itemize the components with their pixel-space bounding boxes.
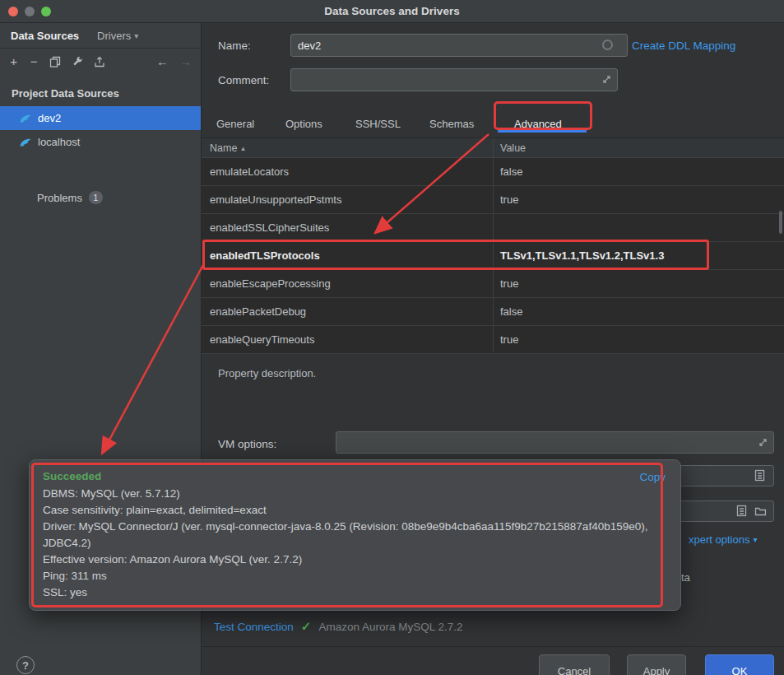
expert-options-label: xpert options [689, 533, 749, 546]
popup-line-case-sensitivity: Case sensitivity: plain=exact, delimited… [43, 502, 656, 519]
problems-count-badge: 1 [89, 191, 103, 204]
tab-drivers-label: Drivers [97, 30, 131, 42]
test-connection-link[interactable]: Test Connection [214, 621, 294, 633]
tab-data-sources[interactable]: Data Sources [11, 30, 79, 42]
truncated-text: ta [681, 571, 690, 584]
property-value: TLSv1,TLSv1.1,TLSv1.2,TLSv1.3 [494, 249, 784, 262]
folder-icon[interactable] [754, 505, 767, 519]
property-name: enabledSSLCipherSuites [202, 214, 494, 241]
property-description: Property description. [218, 367, 316, 379]
chevron-down-icon: ▾ [753, 535, 757, 544]
property-name: enableEscapeProcessing [202, 270, 494, 297]
property-name: emulateUnsupportedPstmts [202, 186, 494, 213]
list-icon[interactable] [754, 469, 765, 484]
popup-line-dbms: DBMS: MySQL (ver. 5.7.12) [43, 486, 656, 502]
expand-field-icon[interactable] [758, 437, 769, 449]
copy-link[interactable]: Copy [639, 471, 666, 483]
column-name-label: Name [210, 142, 237, 154]
vm-options-label: VM options: [218, 438, 276, 450]
table-row[interactable]: enabledSSLCipherSuites [202, 214, 784, 242]
forward-icon[interactable]: → [179, 55, 192, 68]
chevron-down-icon: ▾ [134, 31, 138, 40]
connection-result-text: Amazon Aurora MySQL 2.7.2 [318, 621, 462, 633]
mysql-dolphin-icon [19, 112, 32, 125]
table-header: Name ▴ Value [202, 137, 784, 158]
connection-result-popup: Succeeded DBMS: MySQL (ver. 5.7.12) Case… [29, 459, 681, 611]
footer-divider [202, 646, 784, 647]
problems-label: Problems [37, 192, 82, 204]
popup-line-effective-version: Effective version: Amazon Aurora MySQL (… [43, 552, 656, 568]
cancel-button[interactable]: Cancel [539, 654, 610, 675]
tab-general[interactable]: General [213, 112, 257, 137]
property-name: enableQueryTimeouts [202, 326, 494, 353]
table-row[interactable]: enablePacketDebug false [202, 298, 784, 326]
apply-button[interactable]: Apply [627, 654, 686, 675]
popup-line-driver: Driver: MySQL Connector/J (ver. mysql-co… [43, 519, 656, 552]
property-value: true [494, 333, 784, 346]
advanced-properties-table: Name ▴ Value emulateLocators false emula… [202, 137, 784, 354]
tree-item-label: localhost [38, 136, 80, 148]
table-row[interactable]: enableQueryTimeouts true [202, 326, 784, 354]
comment-label: Comment: [218, 74, 269, 86]
table-row[interactable]: emulateLocators false [202, 158, 784, 186]
tree-item-dev2[interactable]: dev2 [0, 106, 201, 130]
problems-section[interactable]: Problems 1 [0, 186, 201, 209]
table-scrollbar[interactable] [779, 211, 782, 234]
popup-line-ping: Ping: 311 ms [43, 568, 656, 584]
active-tab-indicator [498, 130, 587, 133]
sidebar-toolbar: + − ← → [0, 49, 201, 74]
popup-line-ssl: SSL: yes [43, 584, 656, 601]
table-row-enabledTLSProtocols[interactable]: enabledTLSProtocols TLSv1,TLSv1.1,TLSv1.… [202, 242, 784, 270]
duplicate-icon[interactable] [49, 55, 61, 68]
remove-icon[interactable]: − [29, 55, 38, 68]
wrench-icon[interactable] [72, 55, 83, 68]
property-name: enablePacketDebug [202, 298, 494, 325]
sidebar-tab-bar: Data Sources Drivers ▾ [0, 23, 201, 49]
back-icon[interactable]: ← [156, 55, 169, 68]
tree-item-label: dev2 [38, 112, 61, 124]
mysql-dolphin-icon [19, 136, 32, 149]
window-title: Data Sources and Drivers [0, 0, 784, 23]
column-header-name[interactable]: Name ▴ [202, 138, 494, 157]
tab-ssh-ssl[interactable]: SSH/SSL [352, 112, 404, 137]
property-value: true [494, 193, 784, 206]
name-input[interactable] [290, 34, 628, 57]
property-name: emulateLocators [202, 158, 494, 185]
comment-input[interactable] [290, 68, 618, 91]
export-icon[interactable] [94, 55, 105, 68]
loading-indicator [602, 40, 613, 50]
property-value: false [494, 305, 784, 318]
connection-status: Succeeded [43, 470, 667, 482]
sort-ascending-icon: ▴ [241, 144, 245, 152]
tab-schemas[interactable]: Schemas [426, 112, 477, 137]
add-icon[interactable]: + [9, 55, 18, 68]
vm-options-input[interactable] [336, 431, 774, 454]
property-name: enabledTLSProtocols [202, 242, 494, 269]
create-ddl-mapping-link[interactable]: Create DDL Mapping [632, 40, 735, 52]
table-row[interactable]: emulateUnsupportedPstmts true [202, 186, 784, 214]
expand-field-icon[interactable] [601, 74, 613, 86]
success-check-icon: ✓ [301, 619, 312, 634]
property-value: false [494, 165, 784, 178]
property-value: true [494, 277, 784, 290]
project-data-sources-header: Project Data Sources [0, 74, 201, 106]
ok-button[interactable]: OK [705, 654, 774, 675]
title-bar: Data Sources and Drivers [0, 0, 784, 23]
help-button[interactable]: ? [16, 656, 35, 674]
tab-drivers[interactable]: Drivers ▾ [97, 30, 138, 42]
name-label: Name: [218, 40, 251, 52]
test-connection-row: Test Connection ✓ Amazon Aurora MySQL 2.… [214, 619, 462, 634]
tab-options[interactable]: Options [282, 112, 326, 137]
tree-item-localhost[interactable]: localhost [0, 130, 201, 154]
column-header-value[interactable]: Value [494, 142, 784, 154]
document-icon[interactable] [736, 505, 747, 519]
table-row[interactable]: enableEscapeProcessing true [202, 270, 784, 298]
expert-options-link[interactable]: xpert options ▾ [689, 533, 757, 546]
tab-advanced[interactable]: Advanced [511, 112, 565, 137]
